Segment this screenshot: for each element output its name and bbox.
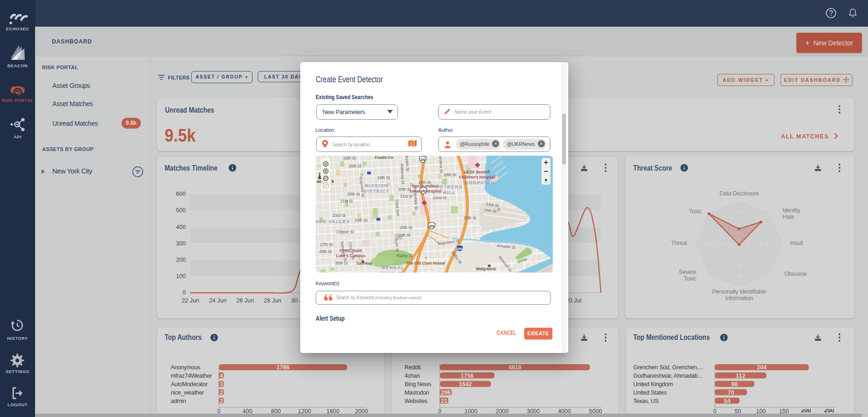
svg-text:admin: admin: [171, 398, 186, 404]
svg-text:DOGPATCH: DOGPATCH: [465, 180, 495, 185]
svg-text:21: 21: [441, 398, 447, 404]
svg-text:24 Jun: 24 Jun: [209, 297, 227, 304]
svg-text:nice_weather: nice_weather: [171, 389, 204, 396]
svg-text:112: 112: [736, 373, 745, 379]
svg-text:The Old Clam House: The Old Clam House: [406, 261, 445, 266]
svg-text:Severe: Severe: [679, 269, 696, 275]
svg-text:20th St: 20th St: [398, 187, 412, 192]
svg-text:280: 280: [457, 247, 463, 250]
svg-text:86: 86: [731, 381, 738, 388]
svg-text:Luke's Campus: Luke's Campus: [336, 253, 366, 258]
svg-text:101: 101: [421, 189, 426, 193]
svg-text:Foods Co: Foods Co: [375, 156, 393, 160]
svg-text:21st St: 21st St: [340, 199, 353, 203]
svg-text:26th St: 26th St: [398, 233, 411, 237]
svg-text:UCSF Benioff: UCSF Benioff: [464, 170, 490, 174]
svg-text:Godhaneshwar, Ahmadab...: Godhaneshwar, Ahmadab...: [633, 373, 702, 379]
svg-text:30th St: 30th St: [335, 261, 348, 266]
svg-text:204: 204: [757, 364, 767, 371]
svg-text:‼: ‼: [425, 256, 427, 260]
svg-text:70: 70: [728, 389, 734, 396]
svg-text:Bryant St: Bryant St: [405, 156, 410, 172]
svg-text:Toxic: Toxic: [689, 208, 702, 215]
svg-text:Obscene: Obscene: [784, 271, 807, 277]
svg-text:1756: 1756: [461, 373, 474, 379]
svg-text:28 Jun: 28 Jun: [264, 297, 282, 304]
svg-text:Anonymous: Anonymous: [171, 364, 200, 371]
svg-text:United States: United States: [633, 389, 666, 396]
svg-text:18th St: 18th St: [444, 173, 457, 177]
svg-text:2: 2: [220, 389, 223, 396]
svg-text:2: 2: [220, 398, 223, 404]
svg-text:Safeway: Safeway: [356, 261, 372, 266]
svg-text:100: 100: [176, 273, 186, 280]
svg-text:23rd St: 23rd St: [333, 213, 346, 218]
svg-text:Children's Hospital: Children's Hospital: [459, 175, 495, 180]
svg-text:26 Jun: 26 Jun: [236, 297, 254, 304]
svg-text:Grenchen Süd, Grenchen,...: Grenchen Süd, Grenchen,...: [633, 364, 703, 371]
svg-text:Ripley St: Ripley St: [397, 253, 413, 258]
svg-text:Hate: Hate: [782, 214, 795, 220]
svg-text:POTRERO: POTRERO: [436, 184, 463, 189]
svg-text:Clipper St: Clipper St: [336, 230, 354, 234]
svg-text:54: 54: [724, 398, 731, 404]
svg-text:Mastodon: Mastodon: [405, 389, 429, 396]
svg-text:Websites: Websites: [405, 398, 427, 404]
svg-text:400: 400: [176, 224, 186, 230]
svg-text:18th St: 18th St: [377, 175, 391, 180]
svg-text:Identity: Identity: [782, 207, 801, 214]
svg-text:22nd St: 22nd St: [433, 195, 447, 200]
svg-text:25th St: 25th St: [400, 225, 413, 230]
svg-text:101: 101: [429, 224, 434, 228]
svg-text:25th St: 25th St: [464, 216, 477, 220]
svg-text:500: 500: [176, 207, 186, 214]
svg-text:4: 4: [220, 373, 223, 379]
svg-text:15th St: 15th St: [343, 156, 356, 160]
svg-text:101: 101: [420, 158, 426, 161]
svg-text:22 Jun: 22 Jun: [181, 297, 199, 304]
svg-text:Personally Identifiable: Personally Identifiable: [712, 288, 767, 295]
svg-text:Information: Information: [725, 295, 753, 302]
svg-text:4819: 4819: [508, 364, 521, 371]
svg-text:Reddit: Reddit: [405, 364, 421, 371]
svg-text:Texas, US: Texas, US: [633, 398, 658, 404]
svg-text:21st St: 21st St: [400, 194, 413, 199]
svg-text:Toxic: Toxic: [684, 275, 696, 282]
svg-text:MISSION: MISSION: [365, 183, 389, 188]
svg-text:DISTRICT: DISTRICT: [363, 188, 390, 194]
svg-text:16th St: 16th St: [349, 164, 362, 168]
svg-text:296: 296: [441, 389, 451, 396]
svg-text:200: 200: [176, 257, 186, 263]
svg-text:1642: 1642: [459, 381, 472, 388]
svg-text:HILL: HILL: [443, 190, 456, 195]
svg-text:United Kingdom: United Kingdom: [633, 381, 673, 388]
svg-text:20th St: 20th St: [347, 192, 361, 196]
svg-text:BERNAL: BERNAL: [382, 265, 405, 270]
svg-text:1798: 1798: [276, 364, 289, 371]
svg-text:mfraz74Weather: mfraz74Weather: [171, 373, 212, 379]
svg-text:4chan: 4chan: [405, 373, 420, 379]
svg-text:3: 3: [220, 381, 223, 388]
svg-text:Threat: Threat: [671, 240, 687, 246]
svg-text:24th St: 24th St: [355, 218, 368, 223]
svg-text:Insult: Insult: [790, 240, 803, 246]
svg-text:CPMC Saint: CPMC Saint: [340, 248, 362, 253]
svg-text:28th St: 28th St: [319, 249, 333, 254]
svg-text:NOE VALLEY: NOE VALLEY: [316, 219, 350, 224]
svg-text:Walgreens: Walgreens: [476, 266, 496, 271]
svg-text:27th St: 27th St: [320, 242, 333, 247]
svg-text:300: 300: [176, 240, 186, 247]
svg-text:Bing News: Bing News: [405, 381, 431, 388]
svg-text:600: 600: [176, 191, 186, 197]
svg-text:Data Disclosure: Data Disclosure: [720, 190, 759, 197]
svg-text:AutoModerator: AutoModerator: [171, 381, 208, 388]
svg-text:0: 0: [182, 289, 186, 296]
svg-text:HEIGHTS: HEIGHTS: [381, 271, 406, 273]
